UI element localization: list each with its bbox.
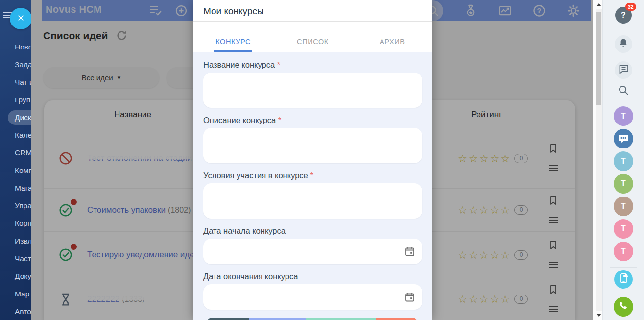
- field-label: Дата окончания конкурса: [203, 272, 422, 281]
- avatar[interactable]: Т: [614, 242, 633, 261]
- chat-icon: [618, 63, 629, 77]
- sidebar-item[interactable]: Упра: [0, 197, 31, 215]
- footer-button-salmon[interactable]: [376, 318, 417, 320]
- scrollbar-thumb[interactable]: [596, 12, 601, 105]
- sidebar-menu: НовоЗадаЧат иГрупДискКалеCRMКомпМагаУпра…: [0, 38, 31, 320]
- left-nav-drawer: НовоЗадаЧат иГрупДискКалеCRMКомпМагаУпра…: [0, 0, 31, 320]
- modal-tabs: КОНКУРССПИСОКАРХИВ: [193, 22, 432, 52]
- sidebar-item[interactable]: Зада: [0, 56, 31, 74]
- avatar[interactable]: Т: [614, 174, 633, 194]
- help-button[interactable]: ? 32: [615, 7, 632, 24]
- sidebar-item[interactable]: Комп: [0, 162, 31, 179]
- field-label: Описание конкурса *: [203, 116, 422, 125]
- call-button[interactable]: [614, 297, 633, 317]
- required-asterisk: *: [275, 60, 280, 69]
- question-icon: ?: [621, 11, 626, 20]
- sidebar-item[interactable]: Кале: [0, 126, 31, 144]
- sidebar-item[interactable]: Мага: [0, 179, 31, 197]
- sidebar-item[interactable]: Чат и: [0, 74, 31, 91]
- modal-tab[interactable]: СПИСОК: [273, 22, 352, 52]
- modal-header: Мои конкурсы: [193, 0, 432, 22]
- help-badge: 32: [625, 3, 636, 11]
- footer-button-periwinkle[interactable]: [249, 318, 306, 320]
- field-label: Название конкурса *: [203, 60, 422, 70]
- toolbar-search-button[interactable]: [616, 84, 631, 98]
- mobile-app-button[interactable]: [614, 270, 633, 289]
- avatar[interactable]: Т: [614, 106, 633, 126]
- mobile-icon: [618, 272, 629, 286]
- app-window: НовоЗадаЧат иГрупДискКалеCRMКомпМагаУпра…: [0, 0, 644, 320]
- phone-icon: [618, 300, 629, 313]
- contest-form: Название конкурса *Описание конкурса *Ус…: [193, 52, 432, 320]
- bell-icon: [618, 37, 629, 51]
- search-icon: [618, 84, 629, 98]
- sidebar-item[interactable]: Мар: [0, 285, 31, 303]
- contact-avatars: ТТТТТТ: [614, 106, 633, 264]
- sidebar-item[interactable]: CRM: [0, 144, 31, 162]
- sidebar-item[interactable]: Част: [0, 250, 31, 268]
- avatar[interactable]: Т: [614, 219, 633, 239]
- calendar-icon[interactable]: [404, 291, 416, 303]
- calendar-icon[interactable]: [404, 246, 416, 257]
- tab-label: КОНКУРС: [214, 38, 252, 52]
- notifications-button[interactable]: [615, 35, 632, 53]
- scroll-up-icon[interactable]: [596, 3, 601, 6]
- chat-button[interactable]: [615, 61, 632, 79]
- required-asterisk: *: [276, 116, 281, 124]
- tab-label: АРХИВ: [378, 38, 406, 52]
- contests-modal: Мои конкурсы КОНКУРССПИСОКАРХИВ Название…: [193, 0, 432, 320]
- field-label: Условия участия в конкурсе *: [203, 171, 422, 180]
- modal-tab[interactable]: КОНКУРС: [193, 22, 273, 52]
- textarea-input[interactable]: [203, 183, 422, 219]
- date-input[interactable]: [203, 284, 422, 310]
- date-input[interactable]: [203, 239, 422, 264]
- right-toolbar: ? 32 ТТТТТТ: [602, 0, 644, 320]
- avatar[interactable]: Т: [614, 151, 633, 171]
- footer-button-dark[interactable]: [207, 318, 249, 320]
- required-asterisk: *: [308, 171, 313, 180]
- sidebar-item[interactable]: Диск: [8, 110, 31, 125]
- vertical-scrollbar: [593, 0, 602, 320]
- sidebar-item[interactable]: Доку: [0, 268, 31, 285]
- avatar[interactable]: Т: [614, 197, 633, 216]
- scroll-down-icon[interactable]: [596, 314, 601, 317]
- sidebar-item[interactable]: Ново: [0, 38, 31, 56]
- sidebar-item[interactable]: Груп: [0, 91, 31, 109]
- group-chat-icon[interactable]: [614, 129, 633, 148]
- close-icon: [17, 14, 25, 24]
- sidebar-item[interactable]: Извл: [0, 232, 31, 250]
- field-label: Дата начала конкурса: [203, 226, 422, 236]
- modal-title: Мои конкурсы: [203, 6, 422, 17]
- textarea-input[interactable]: [203, 128, 422, 163]
- sidebar-item[interactable]: Авто: [0, 303, 31, 320]
- tab-label: СПИСОК: [295, 38, 330, 52]
- footer-button-mint[interactable]: [306, 318, 376, 320]
- modal-tab[interactable]: АРХИВ: [353, 22, 432, 52]
- modal-footer-buttons: [207, 318, 422, 320]
- textarea-input[interactable]: [203, 73, 422, 108]
- close-drawer-button[interactable]: [10, 8, 32, 29]
- sidebar-item[interactable]: Корп: [0, 215, 31, 232]
